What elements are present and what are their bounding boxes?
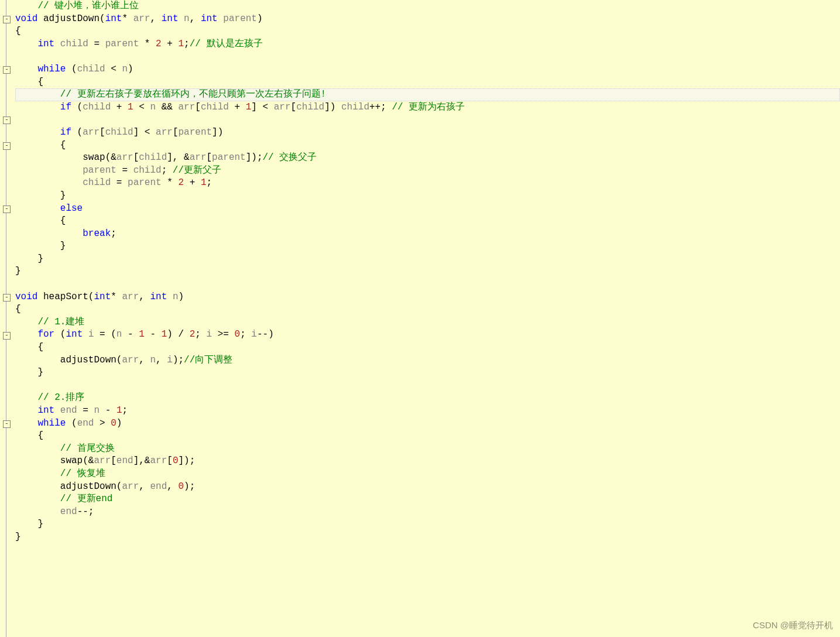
code-token (15, 468, 60, 479)
code-line[interactable]: } (15, 265, 840, 278)
code-area[interactable]: // 键小堆，谁小谁上位void adjustDown(int* arr, in… (13, 0, 840, 637)
code-line[interactable]: end--; (15, 506, 840, 519)
code-token: int (201, 13, 218, 24)
code-line[interactable]: } (15, 190, 840, 203)
code-token: 2 (156, 39, 162, 49)
code-line[interactable]: adjustDown(arr, end, 0); (15, 481, 840, 494)
code-line[interactable]: if (arr[child] < arr[parent]) (15, 126, 840, 139)
code-line[interactable]: { (15, 430, 840, 443)
code-token: (& (83, 456, 94, 466)
code-token: while (37, 64, 66, 74)
code-token: end (60, 506, 77, 517)
code-token: arr (156, 127, 173, 138)
code-line[interactable]: { (15, 215, 840, 228)
code-line[interactable]: { (15, 303, 840, 316)
code-token (218, 13, 224, 24)
code-line[interactable] (15, 278, 840, 291)
code-line[interactable]: } (15, 531, 840, 544)
code-line[interactable]: adjustDown(arr, n, i);//向下调整 (15, 354, 840, 367)
code-line[interactable]: int child = parent * 2 + 1;// 默认是左孩子 (15, 38, 840, 51)
code-token: 1 (179, 39, 184, 49)
code-token: } (15, 241, 66, 251)
code-line[interactable]: // 1.建堆 (15, 316, 840, 329)
code-token: { (15, 140, 66, 150)
code-line[interactable]: } (15, 518, 840, 531)
code-line[interactable]: int end = n - 1; (15, 405, 840, 417)
code-token: arr (122, 292, 139, 302)
code-line[interactable]: void heapSort(int* arr, int n) (15, 291, 840, 304)
code-line[interactable]: { (15, 139, 840, 152)
code-line[interactable]: for (int i = (n - 1 - 1) / 2; i >= 0; i-… (15, 328, 840, 341)
code-token: [ (111, 456, 116, 466)
code-token: , (139, 481, 150, 492)
code-token (37, 13, 43, 24)
code-line[interactable]: swap(&arr[end],&arr[0]); (15, 455, 840, 468)
code-token: arr (122, 481, 139, 492)
code-token: n (150, 102, 156, 112)
code-line[interactable]: } (15, 253, 840, 266)
code-line[interactable]: break; (15, 228, 840, 241)
fold-toggle-icon[interactable]: - (3, 66, 11, 74)
code-line[interactable]: swap(&arr[child], &arr[parent]);// 交换父子 (15, 152, 840, 165)
code-token: - (122, 329, 139, 340)
code-token: n (122, 64, 128, 74)
code-line[interactable]: // 键小堆，谁小谁上位 (15, 0, 840, 13)
code-line[interactable] (15, 114, 840, 126)
fold-gutter[interactable]: -------- (0, 0, 13, 637)
code-line[interactable]: while (end > 0) (15, 417, 840, 430)
code-token: n (150, 355, 156, 365)
code-token: [ (100, 127, 105, 138)
code-line[interactable]: child = parent * 2 + 1; (15, 177, 840, 190)
code-token (15, 456, 60, 466)
code-token (15, 418, 37, 429)
code-line[interactable]: { (15, 25, 840, 38)
code-token (15, 380, 21, 391)
code-line[interactable]: // 更新end (15, 493, 840, 506)
code-token: parent (178, 127, 212, 138)
code-token: arr (116, 152, 133, 163)
fold-toggle-icon[interactable]: - (3, 16, 11, 23)
code-token: --; (77, 506, 94, 517)
code-token: [ (206, 152, 212, 163)
code-token: > (94, 418, 111, 429)
code-line[interactable]: // 更新左右孩子要放在循环内，不能只顾第一次左右孩子问题! (15, 88, 840, 101)
code-token: , (150, 13, 161, 24)
fold-toggle-icon[interactable]: - (3, 420, 11, 428)
code-line[interactable]: } (15, 367, 840, 379)
code-line[interactable]: // 首尾交换 (15, 443, 840, 456)
code-token: // 1.建堆 (37, 317, 84, 327)
code-token: , (139, 355, 150, 365)
code-line[interactable]: parent = child; //更新父子 (15, 165, 840, 177)
code-line[interactable] (15, 379, 840, 392)
code-token: if (60, 127, 71, 138)
code-token: child (139, 152, 167, 163)
code-line[interactable]: void adjustDown(int* arr, int n, int par… (15, 13, 840, 26)
code-token: // 默认是左孩子 (190, 39, 263, 49)
code-line[interactable]: } (15, 240, 840, 253)
code-token: parent (223, 13, 257, 24)
code-token (15, 114, 21, 125)
fold-toggle-icon[interactable]: - (3, 117, 11, 124)
fold-toggle-icon[interactable]: - (3, 142, 11, 150)
code-line[interactable]: while (child < n) (15, 63, 840, 76)
code-token (15, 127, 60, 138)
code-token: n (184, 13, 190, 24)
code-editor[interactable]: -------- // 键小堆，谁小谁上位void adjustDown(int… (0, 0, 840, 637)
fold-toggle-icon[interactable]: - (3, 332, 11, 340)
fold-toggle-icon[interactable]: - (3, 294, 11, 302)
code-token: < (105, 64, 122, 74)
code-line[interactable]: else (15, 203, 840, 215)
code-token: // 首尾交换 (60, 443, 115, 454)
code-token: ( (71, 127, 83, 138)
code-token: if (60, 102, 71, 112)
code-line[interactable]: { (15, 76, 840, 89)
code-token: } (15, 266, 21, 276)
code-token: else (60, 203, 83, 214)
code-line[interactable]: // 2.排序 (15, 392, 840, 405)
code-token: } (15, 367, 43, 378)
fold-toggle-icon[interactable]: - (3, 206, 11, 213)
code-line[interactable]: if (child + 1 < n && arr[child + 1] < ar… (15, 101, 840, 114)
code-line[interactable]: // 恢复堆 (15, 468, 840, 481)
code-line[interactable]: { (15, 341, 840, 354)
code-line[interactable] (15, 50, 840, 63)
